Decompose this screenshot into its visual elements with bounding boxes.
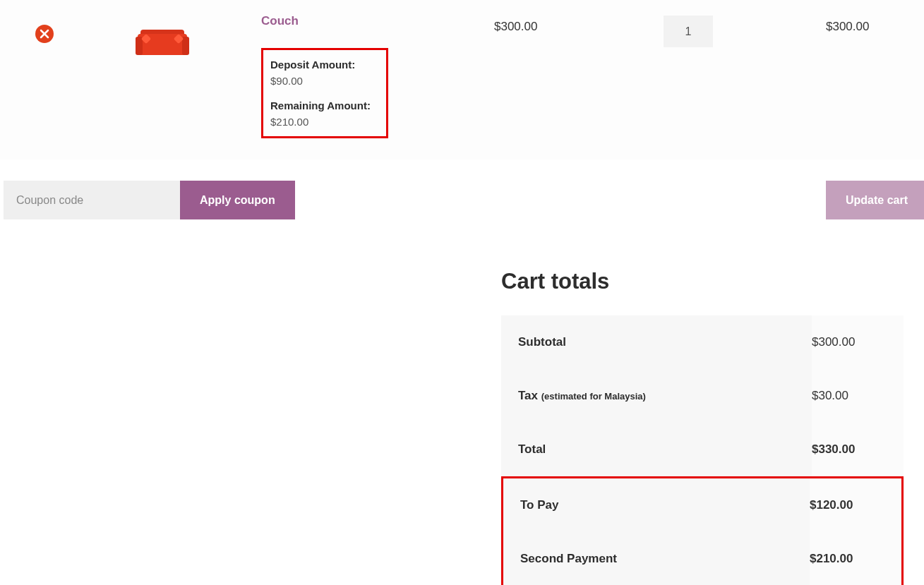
second-payment-value: $210.00: [810, 532, 901, 585]
subtotal-label: Subtotal: [501, 315, 812, 369]
product-column: Couch Deposit Amount: $90.00 Remaining A…: [261, 14, 494, 138]
to-pay-value: $120.00: [810, 478, 901, 532]
deposit-info-box: Deposit Amount: $90.00 Remaining Amount:…: [261, 48, 388, 138]
coupon-code-input[interactable]: [4, 181, 180, 219]
cart-actions-row: Apply coupon Update cart: [0, 181, 924, 219]
update-cart-button[interactable]: Update cart: [826, 181, 924, 219]
remove-column: [21, 14, 120, 43]
subtotal-column: $300.00: [826, 14, 869, 34]
apply-coupon-button[interactable]: Apply coupon: [180, 181, 295, 219]
tax-note: (estimated for Malaysia): [541, 391, 646, 402]
cart-totals-section: Cart totals Subtotal $300.00 Tax (estima…: [501, 269, 904, 585]
totals-row-to-pay: To Pay $120.00: [503, 478, 901, 532]
deposit-amount-value: $90.00: [270, 75, 379, 87]
totals-row-second-payment: Second Payment $210.00: [503, 532, 901, 585]
totals-row-total: Total $330.00: [501, 423, 904, 476]
to-pay-label: To Pay: [503, 478, 810, 532]
subtotal-value: $300.00: [812, 315, 904, 369]
payment-highlight-box: To Pay $120.00 Second Payment $210.00: [501, 476, 904, 585]
close-icon: [40, 29, 49, 39]
totals-row-tax: Tax (estimated for Malaysia) $30.00: [501, 369, 904, 423]
cart-totals-table: Subtotal $300.00 Tax (estimated for Mala…: [501, 315, 904, 585]
quantity-input[interactable]: [664, 16, 713, 47]
quantity-column: [664, 14, 826, 47]
product-name-link[interactable]: Couch: [261, 14, 494, 28]
tax-label: Tax (estimated for Malaysia): [501, 369, 812, 423]
thumbnail-column: [120, 14, 261, 62]
remaining-amount-value: $210.00: [270, 116, 379, 128]
cart-item-row: Couch Deposit Amount: $90.00 Remaining A…: [0, 0, 924, 159]
tax-value: $30.00: [812, 369, 904, 423]
tax-label-text: Tax: [518, 389, 541, 402]
cart-totals-title: Cart totals: [501, 269, 904, 294]
remaining-amount-label: Remaining Amount:: [270, 99, 379, 111]
totals-row-subtotal: Subtotal $300.00: [501, 315, 904, 369]
product-thumbnail[interactable]: [134, 20, 191, 62]
coupon-group: Apply coupon: [4, 181, 295, 219]
deposit-amount-label: Deposit Amount:: [270, 59, 379, 71]
remove-item-button[interactable]: [35, 25, 54, 43]
price-column: $300.00: [494, 14, 664, 34]
total-label: Total: [501, 423, 812, 476]
second-payment-label: Second Payment: [503, 532, 810, 585]
total-value: $330.00: [812, 423, 904, 476]
